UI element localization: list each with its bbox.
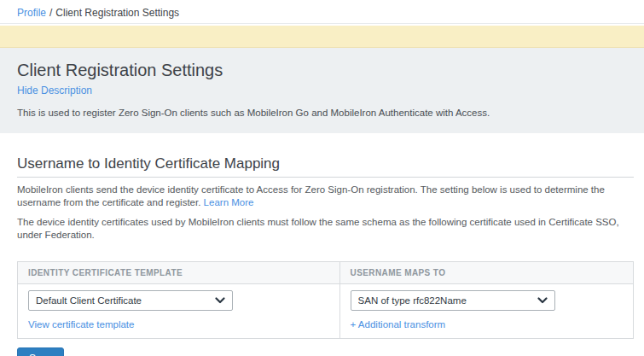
breadcrumb-current: Client Registration Settings [55, 7, 179, 19]
view-certificate-template-link[interactable]: View certificate template [28, 319, 134, 330]
breadcrumb: Profile/Client Registration Settings [0, 0, 644, 24]
section-heading-username-mapping: Username to Identity Certificate Mapping [17, 155, 634, 178]
mapping-intro-text: MobileIron clients send the device ident… [17, 184, 605, 207]
learn-more-link[interactable]: Learn More [204, 197, 254, 207]
breadcrumb-link-profile[interactable]: Profile [17, 7, 46, 19]
notification-banner [0, 26, 644, 48]
table-row: Default Client Certificate View certific… [18, 284, 634, 339]
cell-identity-certificate-template: Default Client Certificate View certific… [18, 284, 340, 339]
cell-username-maps-to: SAN of type rfc822Name + Additional tran… [339, 284, 633, 339]
schema-note-paragraph: The device identity certificates used by… [17, 216, 634, 242]
column-header-identity-certificate-template: IDENTITY CERTIFICATE TEMPLATE [18, 262, 340, 284]
save-button[interactable]: Save [17, 347, 64, 356]
username-maps-to-select[interactable]: SAN of type rfc822Name [351, 290, 555, 311]
page-title: Client Registration Settings [17, 60, 627, 80]
column-header-username-maps-to: USERNAME MAPS TO [339, 262, 633, 284]
page-header-panel: Client Registration Settings Hide Descri… [0, 48, 644, 133]
main-content: Username to Identity Certificate Mapping… [0, 155, 644, 339]
hide-description-link[interactable]: Hide Description [17, 85, 92, 96]
certificate-template-select[interactable]: Default Client Certificate [28, 290, 233, 311]
page-description: This is used to register Zero Sign-On cl… [17, 108, 627, 118]
username-maps-to-select-wrap: SAN of type rfc822Name [351, 290, 555, 311]
breadcrumb-separator: / [49, 7, 52, 19]
mapping-table: IDENTITY CERTIFICATE TEMPLATE USERNAME M… [17, 261, 634, 339]
additional-transform-link[interactable]: + Additional transform [351, 319, 446, 330]
mapping-intro-paragraph: MobileIron clients send the device ident… [17, 184, 634, 209]
certificate-template-select-wrap: Default Client Certificate [28, 290, 233, 311]
